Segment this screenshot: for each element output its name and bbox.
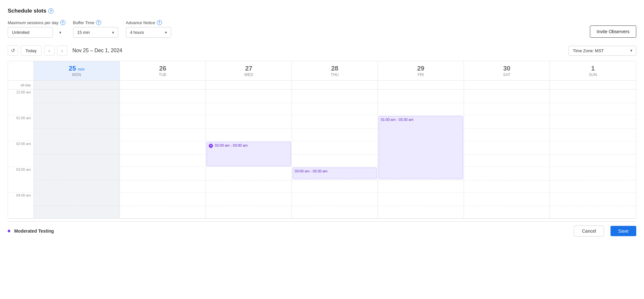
timezone-select-wrapper: Time Zone: MST Time Zone: EST Time Zone:… bbox=[569, 46, 636, 56]
allday-cell-sat[interactable] bbox=[464, 81, 550, 89]
day-name-sat: Sat bbox=[503, 72, 510, 77]
wed-hour-12[interactable] bbox=[206, 90, 292, 115]
schedule-slots-help-icon[interactable]: ? bbox=[48, 8, 53, 14]
page-container: Schedule slots ? Maximum sessions per da… bbox=[0, 0, 644, 299]
advance-notice-select[interactable]: None 1 hour 2 hours 4 hours 8 hours 24 h… bbox=[126, 27, 171, 38]
event-wed-0200[interactable]: ✕ 02:00 am - 03:00 am bbox=[207, 142, 291, 166]
sun-hour-12[interactable] bbox=[550, 90, 636, 115]
calendar-header-sat: 30 Sat bbox=[464, 61, 550, 80]
event-fri-0100[interactable]: 01:00 am - 03:30 am bbox=[379, 116, 463, 179]
tue-hour-4[interactable] bbox=[120, 193, 206, 218]
sat-hour-12[interactable] bbox=[464, 90, 550, 115]
tue-hour-12[interactable] bbox=[120, 90, 206, 115]
mon-hour-2[interactable] bbox=[34, 141, 120, 167]
mon-hour-1[interactable] bbox=[34, 115, 120, 141]
mon-hour-12[interactable] bbox=[34, 90, 120, 115]
day-col-wed[interactable]: ✕ 02:00 am - 03:00 am bbox=[206, 90, 292, 218]
mon-hour-4[interactable] bbox=[34, 193, 120, 218]
sat-hour-3[interactable] bbox=[464, 167, 550, 193]
fri-hour-12[interactable] bbox=[378, 90, 464, 115]
buffer-time-select[interactable]: None 5 min 10 min 15 min 30 min 1 hour bbox=[73, 27, 118, 38]
time-0200am: 02:00 am bbox=[8, 141, 34, 167]
footer-dot bbox=[8, 230, 10, 232]
day-col-sat[interactable] bbox=[464, 90, 550, 218]
save-button[interactable]: Save bbox=[610, 226, 636, 236]
thu-hour-1[interactable] bbox=[292, 115, 378, 141]
footer-label: Moderated Testing bbox=[14, 228, 54, 234]
calendar-nav: ↺ Today ‹ › Nov 25 – Dec 1, 2024 Time Zo… bbox=[8, 45, 636, 56]
allday-cell-wed[interactable] bbox=[206, 81, 292, 89]
fri-hour-4[interactable] bbox=[378, 193, 464, 218]
cancel-button[interactable]: Cancel bbox=[574, 226, 604, 236]
sun-hour-4[interactable] bbox=[550, 193, 636, 218]
advance-notice-label: Advance Notice ? bbox=[126, 20, 171, 25]
day-num-27: 27 bbox=[208, 64, 289, 72]
wed-hour-3[interactable] bbox=[206, 167, 292, 193]
day-col-sun[interactable] bbox=[550, 90, 636, 218]
calendar-header-thu: 28 Thu bbox=[292, 61, 378, 80]
day-num-25: 25 nov bbox=[36, 64, 117, 72]
time-header-cell bbox=[8, 61, 34, 80]
calendar-header-mon: 25 nov Mon bbox=[34, 61, 120, 80]
sat-hour-4[interactable] bbox=[464, 193, 550, 218]
allday-cell-mon[interactable] bbox=[34, 81, 120, 89]
time-0100am: 01:00 am bbox=[8, 115, 34, 141]
buffer-time-help-icon[interactable]: ? bbox=[96, 20, 101, 25]
sun-hour-2[interactable] bbox=[550, 141, 636, 167]
sat-hour-2[interactable] bbox=[464, 141, 550, 167]
day-col-tue[interactable] bbox=[120, 90, 206, 218]
max-sessions-group: Maximum sessions per day ? Unlimited 1 2… bbox=[8, 20, 65, 38]
sat-hour-1[interactable] bbox=[464, 115, 550, 141]
day-col-fri[interactable]: 01:00 am - 03:30 am bbox=[378, 90, 464, 218]
thu-hour-4[interactable] bbox=[292, 193, 378, 218]
today-button[interactable]: Today bbox=[21, 45, 42, 56]
max-sessions-help-icon[interactable]: ? bbox=[60, 20, 65, 25]
day-num-28: 28 bbox=[294, 64, 375, 72]
thu-hour-2[interactable] bbox=[292, 141, 378, 167]
day-col-thu[interactable]: 03:00 am - 03:30 am bbox=[292, 90, 378, 218]
thu-hour-12[interactable] bbox=[292, 90, 378, 115]
time-0400am: 04:00 am bbox=[8, 193, 34, 218]
next-week-button[interactable]: › bbox=[57, 45, 67, 56]
bottom-bar: Moderated Testing Cancel Save bbox=[8, 221, 636, 240]
advance-notice-help-icon[interactable]: ? bbox=[157, 20, 162, 25]
max-sessions-select[interactable]: Unlimited 1 2 3 4 5 bbox=[8, 27, 53, 38]
calendar-header-tue: 26 Tue bbox=[120, 61, 206, 80]
wed-hour-1[interactable] bbox=[206, 115, 292, 141]
allday-cell-tue[interactable] bbox=[120, 81, 206, 89]
refresh-button[interactable]: ↺ bbox=[8, 45, 18, 56]
sun-hour-3[interactable] bbox=[550, 167, 636, 193]
buffer-time-select-wrapper: None 5 min 10 min 15 min 30 min 1 hour ▼ bbox=[73, 27, 118, 38]
event-wed-0200-time: 02:00 am - 03:00 am bbox=[215, 143, 248, 147]
invite-observers-button[interactable]: Invite Observers bbox=[590, 25, 636, 38]
event-thu-0300-time: 03:00 am - 03:30 am bbox=[295, 169, 328, 173]
day-col-mon[interactable] bbox=[34, 90, 120, 218]
allday-cell-sun[interactable] bbox=[550, 81, 636, 89]
calendar-header-wed: 27 Wed bbox=[206, 61, 292, 80]
tue-hour-1[interactable] bbox=[120, 115, 206, 141]
event-thu-0300[interactable]: 03:00 am - 03:30 am bbox=[293, 168, 377, 179]
prev-week-button[interactable]: ‹ bbox=[44, 45, 54, 56]
time-labels-col: 12:00 am 01:00 am 02:00 am 03:00 am 04:0… bbox=[8, 90, 34, 218]
sun-hour-1[interactable] bbox=[550, 115, 636, 141]
calendar-header-sun: 1 Sun bbox=[550, 61, 636, 80]
day-name-thu: Thu bbox=[331, 72, 339, 77]
event-close-icon[interactable]: ✕ bbox=[209, 144, 213, 148]
event-fri-0100-time: 01:00 am - 03:30 am bbox=[381, 118, 414, 121]
tue-hour-3[interactable] bbox=[120, 167, 206, 193]
day-num-29: 29 bbox=[380, 64, 461, 72]
allday-label: all-day bbox=[8, 81, 34, 89]
tue-hour-2[interactable] bbox=[120, 141, 206, 167]
advance-notice-group: Advance Notice ? None 1 hour 2 hours 4 h… bbox=[126, 20, 171, 38]
allday-cell-thu[interactable] bbox=[292, 81, 378, 89]
calendar-header-row: 25 nov Mon 26 Tue 27 Wed 28 Thu 29 Fri 3… bbox=[8, 61, 636, 81]
time-1200am: 12:00 am bbox=[8, 90, 34, 115]
calendar-container: 25 nov Mon 26 Tue 27 Wed 28 Thu 29 Fri 3… bbox=[8, 61, 636, 219]
allday-cell-fri[interactable] bbox=[378, 81, 464, 89]
timezone-select[interactable]: Time Zone: MST Time Zone: EST Time Zone:… bbox=[569, 46, 636, 56]
day-name-sun: Sun bbox=[589, 72, 597, 77]
wed-hour-4[interactable] bbox=[206, 193, 292, 218]
day-name-wed: Wed bbox=[244, 72, 253, 77]
mon-hour-3[interactable] bbox=[34, 167, 120, 193]
max-sessions-label: Maximum sessions per day ? bbox=[8, 20, 65, 25]
